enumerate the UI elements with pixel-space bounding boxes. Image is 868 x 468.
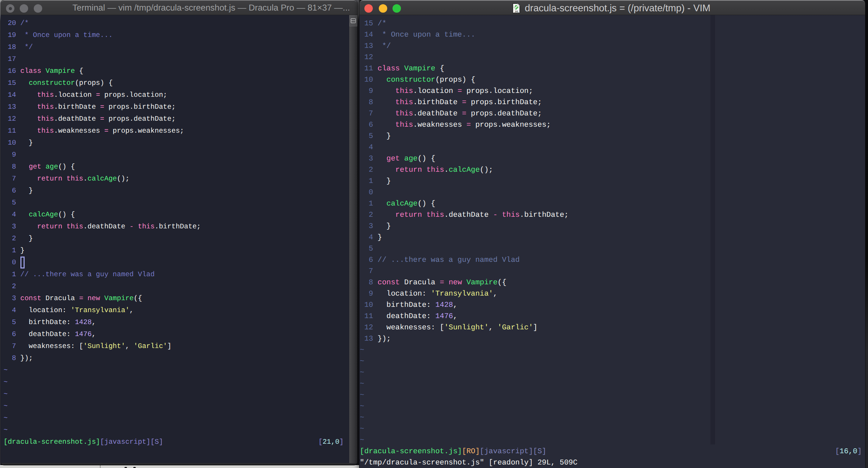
svg-text:JS: JS: [514, 10, 518, 14]
